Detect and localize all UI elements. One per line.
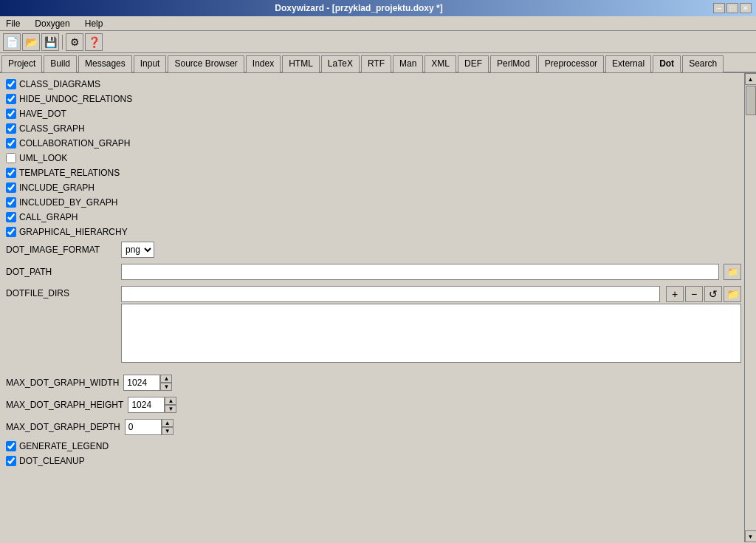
checkbox-label-template_relations: TEMPLATE_RELATIONS: [19, 168, 120, 178]
settings-button[interactable]: ⚙: [66, 33, 83, 51]
tab-source-browser[interactable]: Source Browser: [168, 55, 244, 72]
scrollbar[interactable]: ▲ ▼: [744, 73, 756, 542]
checkbox-label-have_dot: HAVE_DOT: [19, 109, 66, 119]
minimize-button[interactable]: ─: [713, 3, 725, 13]
checkbox-row-call_graph: CALL_GRAPH: [6, 212, 741, 222]
checkbox-included_by_graph[interactable]: [6, 197, 16, 208]
dotfile-dirs-reset-button[interactable]: ↺: [704, 286, 722, 302]
dotfile-dirs-input[interactable]: [121, 286, 660, 302]
checkbox-label-uml_look: UML_LOOK: [19, 153, 67, 163]
max-dot-graph-width-spinner-btns: ▲ ▼: [160, 375, 172, 391]
dot-path-folder-button[interactable]: 📁: [724, 264, 741, 280]
tab-bar: ProjectBuildMessagesInputSource BrowserI…: [0, 53, 756, 73]
dotfile-dirs-remove-button[interactable]: −: [685, 286, 703, 302]
close-button[interactable]: ✕: [740, 3, 752, 13]
window-title: Doxywizard - [przyklad_projektu.doxy *]: [4, 3, 713, 13]
tab-dot[interactable]: Dot: [653, 55, 681, 72]
max-dot-graph-depth-input[interactable]: [125, 419, 162, 435]
scroll-up-button[interactable]: ▲: [745, 73, 757, 85]
checkbox-label-class_diagrams: CLASS_DIAGRAMS: [19, 79, 100, 89]
help-button[interactable]: ❓: [85, 33, 103, 51]
max-dot-graph-height-down[interactable]: ▼: [165, 405, 176, 413]
dotfile-dirs-row: DOTFILE_DIRS + − ↺ 📁: [6, 286, 741, 369]
dot-path-row: DOT_PATH 📁: [6, 264, 741, 280]
checkbox-row-graphical_hierarchy: GRAPHICAL_HIERARCHY: [6, 227, 741, 237]
tab-input[interactable]: Input: [134, 55, 167, 72]
tab-build[interactable]: Build: [44, 55, 77, 72]
scroll-down-button[interactable]: ▼: [745, 530, 757, 542]
scrollbar-thumb[interactable]: [746, 86, 756, 115]
scrollbar-track[interactable]: [745, 85, 757, 530]
checkbox-uml_look[interactable]: [6, 153, 16, 163]
checkbox-collaboration_graph[interactable]: [6, 138, 16, 148]
tab-perlmod[interactable]: PerlMod: [490, 55, 537, 72]
dotfile-dirs-add-button[interactable]: +: [666, 286, 684, 302]
checkbox-row-hide_undoc_relations: HIDE_UNDOC_RELATIONS: [6, 94, 741, 104]
max-dot-graph-depth-down[interactable]: ▼: [162, 427, 173, 435]
main-content: CLASS_DIAGRAMSHIDE_UNDOC_RELATIONSHAVE_D…: [0, 73, 744, 542]
checkbox-label-graphical_hierarchy: GRAPHICAL_HIERARCHY: [19, 227, 128, 237]
checkbox-row-generate_legend: GENERATE_LEGEND: [6, 441, 741, 451]
tab-man[interactable]: Man: [393, 55, 423, 72]
checkbox-label-collaboration_graph: COLLABORATION_GRAPH: [19, 138, 130, 148]
checkbox-generate_legend[interactable]: [6, 441, 16, 451]
menu-file[interactable]: File: [3, 18, 23, 30]
checkbox-hide_undoc_relations[interactable]: [6, 94, 16, 104]
dot-image-format-row: DOT_IMAGE_FORMAT pnggifsvg: [6, 242, 741, 258]
checkbox-row-uml_look: UML_LOOK: [6, 153, 741, 163]
dotfile-dirs-actions: + − ↺ 📁: [666, 286, 741, 302]
checkbox-graphical_hierarchy[interactable]: [6, 227, 16, 237]
max-dot-graph-height-up[interactable]: ▲: [165, 397, 176, 405]
checkbox-include_graph[interactable]: [6, 182, 16, 193]
tab-rtf[interactable]: RTF: [361, 55, 391, 72]
dotfile-dirs-folder-button[interactable]: 📁: [724, 286, 741, 302]
checkbox-class_graph[interactable]: [6, 123, 16, 134]
maximize-button[interactable]: □: [726, 3, 738, 13]
checkbox-call_graph[interactable]: [6, 212, 16, 222]
max-dot-graph-depth-up[interactable]: ▲: [162, 419, 173, 427]
menu-doxygen[interactable]: Doxygen: [32, 18, 72, 30]
max-dot-graph-width-up[interactable]: ▲: [160, 375, 172, 383]
dotfile-dirs-list: [121, 304, 741, 363]
tab-preprocessor[interactable]: Preprocessor: [538, 55, 604, 72]
open-button[interactable]: 📂: [22, 33, 40, 51]
max-dot-graph-width-down[interactable]: ▼: [160, 383, 172, 391]
checkbox-row-template_relations: TEMPLATE_RELATIONS: [6, 168, 741, 178]
max-dot-graph-width-input[interactable]: [123, 375, 160, 391]
max-dot-graph-width-spinner: ▲ ▼: [123, 375, 172, 391]
max-dot-graph-height-spinner: ▲ ▼: [128, 397, 176, 413]
checkbox-label-include_graph: INCLUDE_GRAPH: [19, 182, 94, 193]
checkbox-row-collaboration_graph: COLLABORATION_GRAPH: [6, 138, 741, 148]
tab-xml[interactable]: XML: [425, 55, 456, 72]
toolbar-separator: [62, 35, 63, 49]
tab-def[interactable]: DEF: [458, 55, 489, 72]
tab-project[interactable]: Project: [1, 55, 42, 72]
dot-path-input[interactable]: [121, 264, 719, 280]
tab-index[interactable]: Index: [246, 55, 281, 72]
tab-latex[interactable]: LaTeX: [321, 55, 360, 72]
tab-html[interactable]: HTML: [282, 55, 320, 72]
checkbox-have_dot[interactable]: [6, 109, 16, 119]
toolbar: 📄 📂 💾 ⚙ ❓: [0, 31, 756, 53]
checkbox-row-included_by_graph: INCLUDED_BY_GRAPH: [6, 197, 741, 208]
dot-image-format-select[interactable]: pnggifsvg: [121, 242, 154, 258]
dotfile-dirs-label: DOTFILE_DIRS: [6, 286, 117, 298]
checkbox-row-dot_cleanup: DOT_CLEANUP: [6, 456, 741, 466]
max-dot-graph-width-label: MAX_DOT_GRAPH_WIDTH: [6, 378, 119, 388]
tab-search[interactable]: Search: [682, 55, 724, 72]
tab-external[interactable]: External: [605, 55, 651, 72]
menu-help[interactable]: Help: [82, 18, 106, 30]
checkbox-template_relations[interactable]: [6, 168, 16, 178]
dot-image-format-label: DOT_IMAGE_FORMAT: [6, 245, 117, 255]
window-controls[interactable]: ─ □ ✕: [713, 3, 752, 13]
dot-path-label: DOT_PATH: [6, 267, 117, 277]
new-button[interactable]: 📄: [3, 33, 21, 51]
checkbox-label-included_by_graph: INCLUDED_BY_GRAPH: [19, 197, 117, 208]
max-dot-graph-width-row: MAX_DOT_GRAPH_WIDTH ▲ ▼: [6, 375, 741, 391]
tab-messages[interactable]: Messages: [78, 55, 132, 72]
checkbox-dot_cleanup[interactable]: [6, 456, 16, 466]
max-dot-graph-height-input[interactable]: [128, 397, 165, 413]
checkbox-class_diagrams[interactable]: [6, 79, 16, 89]
menu-bar: File Doxygen Help: [0, 16, 756, 31]
save-button[interactable]: 💾: [41, 33, 59, 51]
